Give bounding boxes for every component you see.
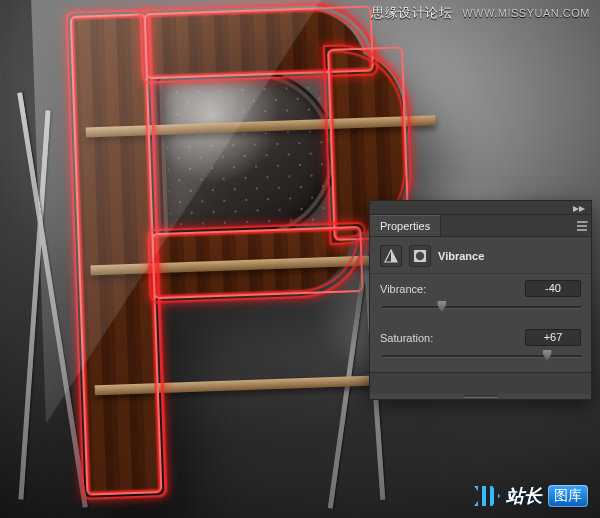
panel-collapse-bar[interactable]: ▸▸ [370, 201, 591, 215]
tab-properties-label: Properties [380, 220, 430, 232]
slider-thumb[interactable] [437, 301, 446, 312]
watermark-bottom-badge: 图库 [548, 485, 588, 507]
vibrance-triangle-icon [384, 249, 398, 263]
resize-grip-icon [464, 395, 498, 398]
watermark-chevron-icon [474, 486, 500, 506]
watermark-top: 思缘设计论坛 WWW.MISSYUAN.COM [371, 4, 590, 22]
saturation-slider[interactable] [382, 350, 581, 362]
panel-footer [370, 372, 591, 394]
vibrance-row: Vibrance: -40 [370, 274, 591, 299]
saturation-row: Saturation: +67 [370, 323, 591, 348]
saturation-value-input[interactable]: +67 [525, 329, 581, 346]
panel-flyout-menu[interactable] [573, 215, 591, 236]
artwork-letter-p [72, 6, 418, 493]
letter-stem [72, 15, 161, 493]
slider-track [382, 306, 581, 308]
panel-resize-handle[interactable] [370, 394, 591, 399]
scaffold-pole [18, 110, 50, 499]
adjustment-type-name: Vibrance [438, 250, 484, 262]
slider-track [382, 355, 581, 357]
letter-bowl-metal [156, 67, 340, 243]
collapse-icon: ▸▸ [573, 203, 585, 213]
watermark-bottom-cn: 站长 [506, 484, 542, 508]
vibrance-label: Vibrance: [380, 283, 517, 295]
adjustment-icon-button[interactable] [380, 245, 402, 267]
adjustment-type-row: Vibrance [370, 237, 591, 274]
tabbar-spacer [441, 215, 573, 236]
vibrance-value-input[interactable]: -40 [525, 280, 581, 297]
watermark-top-text: 思缘设计论坛 [371, 4, 452, 22]
vibrance-slider[interactable] [382, 301, 581, 313]
watermark-bottom: 站长 图库 [474, 484, 588, 508]
saturation-label: Saturation: [380, 332, 517, 344]
mask-icon-button[interactable] [409, 245, 431, 267]
watermark-top-url: WWW.MISSYUAN.COM [462, 7, 590, 19]
panel-tabbar: Properties [370, 215, 591, 237]
tab-properties[interactable]: Properties [370, 215, 441, 236]
flyout-menu-icon [576, 220, 588, 232]
slider-thumb[interactable] [543, 350, 552, 361]
svg-point-1 [416, 252, 424, 260]
properties-panel: ▸▸ Properties Vibrance V [369, 200, 592, 400]
mask-icon [413, 249, 427, 263]
